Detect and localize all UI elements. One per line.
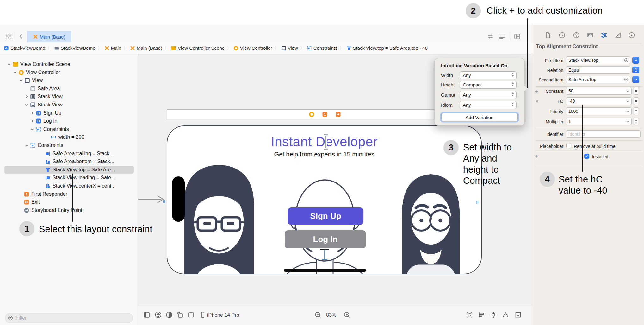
tree-row[interactable]: Stack View.top = Safe Are... (0, 166, 138, 174)
tree-row[interactable]: Stack View (0, 101, 138, 109)
constant-stepper[interactable] (634, 87, 638, 95)
hc-field[interactable]: -40 (566, 97, 632, 105)
split-view-icon[interactable] (187, 311, 195, 319)
disclosure-down-icon[interactable] (13, 70, 17, 75)
tree-row[interactable]: Safe Area.trailing = Stack... (0, 150, 138, 158)
installed-checkbox[interactable]: ✓ (584, 154, 589, 159)
related-items-icon[interactable] (5, 33, 12, 40)
tree-row[interactable]: Stack View.leading = Safe... (0, 174, 138, 182)
tree-row[interactable]: Constraints (0, 125, 138, 133)
app-subtitle[interactable]: Get help from experts in 15 minutes (167, 151, 481, 158)
outline-toggle-icon[interactable] (143, 311, 151, 319)
tree-row[interactable]: Storyboard Entry Point (0, 207, 138, 214)
app-title[interactable]: Instant Developer (167, 134, 481, 150)
identifier-input[interactable] (566, 130, 641, 138)
jump-arrow-icon[interactable] (624, 77, 629, 82)
code-review-icon[interactable] (487, 33, 494, 40)
disclosure-right-icon[interactable] (24, 94, 29, 99)
first-item-dropdown[interactable] (632, 57, 639, 64)
embed-icon[interactable] (514, 311, 522, 319)
tab-main-base[interactable]: Main (Base) (27, 31, 71, 42)
zoom-level[interactable]: 83% (326, 312, 336, 318)
tree-row[interactable]: Safe Area (0, 85, 138, 93)
idiom-select[interactable]: Any (460, 101, 517, 109)
remove-at-build-time-label[interactable]: Remove at build time (574, 144, 616, 149)
tree-row[interactable]: BLog In (0, 117, 138, 125)
disclosure-down-icon[interactable] (24, 143, 29, 148)
disclosure-right-icon[interactable] (30, 111, 34, 115)
first-item-field[interactable]: Stack View.Top (566, 56, 630, 64)
identity-inspector-icon[interactable] (587, 32, 594, 39)
help-inspector-icon[interactable] (573, 32, 580, 39)
zoom-in-icon[interactable] (343, 311, 351, 319)
size-inspector-icon[interactable] (615, 32, 622, 39)
signup-button[interactable]: Sign Up (288, 207, 363, 225)
back-icon[interactable] (18, 33, 25, 40)
tree-row[interactable]: Stack View (0, 93, 138, 101)
align-icon[interactable] (478, 311, 485, 319)
tree-row[interactable]: Constraints (0, 142, 138, 150)
disclosure-down-icon[interactable] (7, 62, 11, 67)
tree-row[interactable]: View Controller (0, 69, 138, 77)
disclosure-down-icon[interactable] (19, 78, 23, 83)
first-responder-icon[interactable]: 1 (322, 112, 328, 117)
device-icon[interactable] (199, 311, 207, 319)
multiplier-field[interactable]: 1 (566, 118, 632, 125)
appearance-icon[interactable] (165, 311, 173, 319)
tree-row[interactable]: width = 200 (0, 133, 138, 141)
tree-row[interactable]: BSign Up (0, 109, 138, 117)
remove-at-build-time-checkbox[interactable] (566, 143, 571, 148)
gamut-select[interactable]: Any (460, 91, 517, 99)
priority-stepper[interactable] (634, 107, 638, 115)
view-controller-icon[interactable] (309, 112, 314, 117)
filter-input[interactable] (15, 315, 121, 321)
accessibility-icon[interactable] (154, 311, 162, 319)
disclosure-down-icon[interactable] (24, 103, 29, 107)
tree-row[interactable]: Stack View.centerX = cent... (0, 182, 138, 190)
history-inspector-icon[interactable] (559, 32, 566, 39)
breadcrumb-item[interactable]: Main (Base) (130, 45, 162, 51)
add-variation-button[interactable]: Add Variation (441, 113, 518, 121)
second-item-field[interactable]: Safe Area.Top (566, 76, 630, 83)
disclosure-down-icon[interactable] (30, 127, 34, 131)
tree-row[interactable]: Safe Area.bottom = Stack... (0, 158, 138, 166)
attributes-inspector-icon[interactable] (601, 32, 608, 39)
tree-row[interactable]: View (0, 77, 138, 85)
width-select[interactable]: Any (460, 71, 517, 79)
add-constraints-icon[interactable] (490, 311, 497, 319)
breadcrumb-item[interactable]: StackViewDemo (54, 45, 96, 51)
relation-stepper[interactable] (632, 67, 639, 73)
relation-field[interactable]: Equal (566, 66, 630, 74)
login-button[interactable]: Log In (285, 230, 366, 248)
second-item-dropdown[interactable] (632, 76, 639, 83)
resolve-issues-icon[interactable] (502, 311, 509, 319)
disclosure-right-icon[interactable] (30, 119, 34, 123)
tree-row[interactable]: View Controller Scene (0, 61, 138, 68)
device-name[interactable]: iPhone 14 Pro (207, 312, 239, 318)
breadcrumb-item[interactable]: View Controller (233, 45, 272, 51)
device-preview-iphone[interactable]: Instant Developer Get help from experts … (167, 125, 482, 274)
multiplier-stepper[interactable] (634, 118, 638, 125)
update-frames-icon[interactable] (466, 311, 473, 319)
tree-row[interactable]: Exit (0, 198, 138, 206)
add-editor-icon[interactable] (514, 33, 521, 40)
breadcrumb-item[interactable]: StackViewDemo (4, 45, 45, 51)
connections-inspector-icon[interactable] (628, 32, 635, 39)
breadcrumb-item[interactable]: View Controller Scene (171, 45, 225, 51)
breadcrumb-item[interactable]: Main (104, 45, 121, 51)
tree-row[interactable]: 1First Responder (0, 190, 138, 198)
breadcrumb-item[interactable]: Stack View.top = Safe Area.top - 40 (346, 45, 428, 51)
exit-icon[interactable] (335, 112, 341, 117)
hc-stepper[interactable] (634, 97, 638, 105)
priority-field[interactable]: 1000 (566, 107, 632, 115)
breadcrumb-item[interactable]: View (281, 45, 298, 51)
breadcrumb-item[interactable]: Constraints (307, 45, 337, 51)
installed-label[interactable]: Installed (592, 154, 608, 159)
file-inspector-icon[interactable] (544, 32, 551, 39)
jump-arrow-icon[interactable] (624, 58, 629, 62)
orientation-icon[interactable] (176, 311, 184, 319)
adjust-editor-icon[interactable] (498, 33, 505, 40)
zoom-out-icon[interactable] (314, 311, 322, 319)
constant-field[interactable]: 50 (566, 87, 632, 95)
height-select[interactable]: Compact (460, 81, 517, 89)
